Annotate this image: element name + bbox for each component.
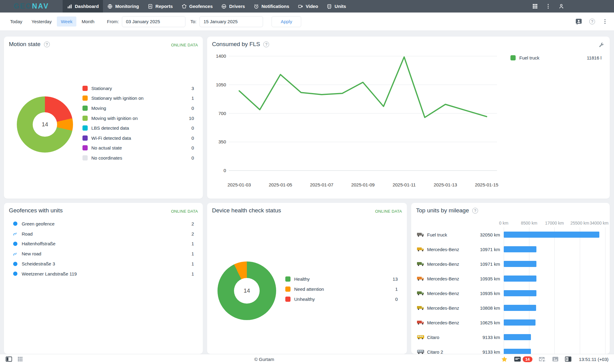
bus-icon — [417, 349, 425, 354]
sidebar-toggle-icon[interactable] — [5, 356, 12, 362]
preset-yesterday[interactable]: Yesterday — [27, 16, 56, 27]
truck-icon — [417, 261, 425, 266]
preset-month[interactable]: Month — [78, 16, 98, 27]
mileage-row[interactable]: Mercedes-Benz10935 km — [411, 271, 610, 286]
units-icon — [327, 4, 332, 9]
geofence-row[interactable]: Road2 — [4, 229, 203, 239]
device-health-donut-chart[interactable]: 14 — [217, 261, 276, 320]
mileage-row[interactable]: Mercedes-Benz10808 km — [411, 301, 610, 315]
nav-item-reports[interactable]: Reports — [143, 0, 177, 13]
mileage-row-left: Citaro9133 km — [411, 335, 504, 340]
legend-label: Unhealthy — [294, 297, 395, 302]
svg-text:1050: 1050 — [216, 82, 226, 87]
notifications-message-group[interactable]: 14 — [514, 356, 532, 362]
nav-item-drivers[interactable]: Drivers — [217, 0, 249, 13]
geofence-name: Haltenhoffstraße — [22, 241, 192, 246]
geofence-unit-count: 1 — [192, 261, 194, 266]
mileage-bar — [504, 349, 531, 354]
legend-label: Wi-Fi detected data — [91, 135, 192, 141]
nav-right-icons — [532, 0, 614, 13]
legend-swatch — [82, 96, 88, 101]
apply-button[interactable]: Apply — [272, 16, 301, 27]
apps-grid-icon[interactable] — [532, 3, 538, 9]
donut-total: 14 — [234, 278, 260, 304]
svg-text:2025-01-03: 2025-01-03 — [228, 182, 251, 187]
geofence-row[interactable]: Weetzener Landstraße 1191 — [4, 269, 203, 279]
app-logo[interactable]: GEONAV — [0, 0, 63, 13]
mileage-row[interactable]: Mercedes-Benz10935 km — [411, 286, 610, 301]
legend-value: 0 — [395, 297, 398, 302]
to-date-input[interactable] — [199, 16, 263, 27]
mileage-bar-area — [504, 334, 605, 340]
legend-item: Unhealthy0 — [285, 294, 398, 304]
mileage-row-left: Mercedes-Benz10935 km — [411, 291, 504, 296]
from-date-input[interactable] — [122, 16, 185, 27]
geofence-name: New road — [22, 251, 192, 256]
donut-total: 14 — [33, 112, 57, 137]
split-panel-icon[interactable] — [565, 356, 572, 362]
unit-name: Citaro — [427, 335, 439, 340]
preset-week[interactable]: Week — [57, 16, 76, 27]
reports-icon — [148, 4, 153, 9]
mileage-row[interactable]: Mercedes-Benz10971 km — [411, 242, 610, 257]
fls-line-chart[interactable]: 0350700105014002025-01-032025-01-052025-… — [207, 37, 610, 199]
unit-mileage-value: 10808 km — [480, 305, 500, 311]
geofences-title: Geofences with units — [9, 207, 63, 214]
geofence-row[interactable]: Haltenhoffstraße1 — [4, 239, 203, 249]
mileage-bar — [504, 276, 536, 282]
nav-item-label: Notifications — [261, 4, 289, 9]
mileage-row[interactable]: Fuel truck32050 km — [411, 227, 610, 242]
notification-count-badge: 14 — [523, 356, 532, 362]
nav-item-dashboard[interactable]: Dashboard — [63, 0, 103, 13]
preset-today[interactable]: Today — [6, 16, 26, 27]
nav-item-geofences[interactable]: Geofences — [177, 0, 217, 13]
nav-item-monitoring[interactable]: Monitoring — [103, 0, 143, 13]
truck-icon — [417, 291, 425, 296]
legend-item: No actual state0 — [82, 143, 194, 153]
kebab-menu-icon[interactable] — [545, 3, 551, 9]
filter-bar: TodayYesterdayWeekMonth From: To: Apply … — [0, 13, 614, 31]
legend-value: 13 — [393, 276, 398, 282]
nav-item-video[interactable]: Video — [294, 0, 323, 13]
device-health-legend: Healthy13Need attention1Unhealthy0 — [285, 274, 398, 304]
nav-item-label: Drivers — [229, 4, 245, 9]
top-mileage-title: Top units by mileage — [416, 207, 469, 214]
motion-state-title: Motion state — [9, 41, 41, 48]
mileage-row-left: Mercedes-Benz10935 km — [411, 276, 504, 281]
geofence-circle-icon — [13, 221, 18, 226]
star-icon[interactable] — [501, 356, 508, 362]
geofence-row[interactable]: New road1 — [4, 249, 203, 259]
geofence-unit-count: 1 — [192, 241, 194, 246]
mileage-row[interactable]: Mercedes-Benz10971 km — [411, 257, 610, 271]
video-icon — [298, 4, 303, 9]
help-icon[interactable]: ? — [44, 41, 50, 47]
unit-name: Mercedes-Benz — [427, 247, 459, 252]
kebab-menu-icon[interactable] — [602, 19, 608, 24]
help-icon[interactable]: ? — [472, 208, 478, 214]
mail-forward-icon[interactable] — [539, 356, 546, 362]
svg-text:2025-01-09: 2025-01-09 — [351, 182, 375, 187]
image-icon[interactable] — [552, 356, 559, 362]
mileage-row-left: Fuel truck32050 km — [411, 232, 504, 237]
mileage-row[interactable]: Citaro 29133 km — [411, 344, 610, 354]
mileage-row[interactable]: Citaro9133 km — [411, 330, 610, 344]
messages-icon[interactable] — [514, 356, 521, 362]
unit-name: Mercedes-Benz — [427, 305, 459, 311]
legend-label: Stationary — [91, 86, 192, 91]
legend-swatch — [82, 116, 88, 121]
truck-icon — [417, 276, 425, 281]
truck-icon — [417, 232, 425, 237]
geofence-row[interactable]: Green geofence2 — [4, 219, 203, 229]
apps-grid-icon[interactable] — [17, 356, 23, 362]
nav-item-units[interactable]: Units — [322, 0, 350, 13]
nav-item-notifications[interactable]: Notifications — [249, 0, 294, 13]
user-icon[interactable] — [558, 3, 564, 9]
geofence-row[interactable]: Scheidestraße 31 — [4, 259, 203, 269]
legend-swatch — [82, 155, 88, 160]
help-icon[interactable]: ? — [589, 19, 595, 24]
motion-state-donut-chart[interactable]: 14 — [17, 96, 73, 153]
legend-value: 0 — [192, 106, 194, 111]
online-data-badge: ONLINE DATA — [171, 209, 198, 214]
user-chat-icon[interactable] — [575, 18, 582, 25]
mileage-row[interactable]: Mercedes-Benz10625 km — [411, 315, 610, 330]
